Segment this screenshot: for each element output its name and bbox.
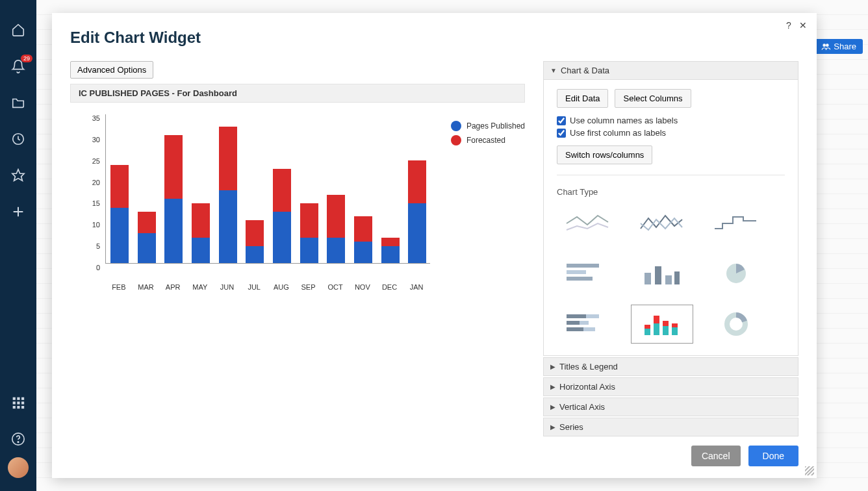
accordion-header-titles-legend[interactable]: ▶ Titles & Legend bbox=[544, 358, 798, 375]
bar-group bbox=[138, 212, 156, 263]
x-label: JUN bbox=[220, 283, 234, 291]
svg-rect-7 bbox=[21, 401, 24, 404]
chart-type-donut[interactable] bbox=[705, 305, 767, 344]
chart-type-stacked-bar[interactable] bbox=[631, 305, 693, 344]
cancel-button[interactable]: Cancel bbox=[691, 446, 741, 466]
bar-group bbox=[110, 165, 129, 263]
resize-grip[interactable] bbox=[805, 466, 814, 475]
recent-icon[interactable] bbox=[10, 131, 26, 147]
bar-group bbox=[219, 127, 237, 263]
use-col-names-checkbox[interactable] bbox=[557, 116, 566, 125]
chevron-down-icon: ▼ bbox=[550, 67, 557, 74]
chart-type-label: Chart Type bbox=[557, 187, 785, 197]
svg-rect-29 bbox=[645, 329, 650, 335]
bar-group bbox=[300, 203, 318, 263]
svg-rect-35 bbox=[672, 327, 678, 335]
chart-type-stacked-horizontal-bar[interactable] bbox=[557, 305, 619, 344]
bar-group bbox=[354, 216, 372, 263]
modal-help-icon[interactable]: ? bbox=[783, 19, 795, 31]
chart-type-horizontal-bar[interactable] bbox=[557, 254, 619, 293]
x-label: AUG bbox=[274, 283, 289, 291]
use-first-col-checkbox-row[interactable]: Use first column as labels bbox=[557, 128, 785, 138]
svg-rect-16 bbox=[567, 270, 586, 274]
legend-swatch-published bbox=[451, 121, 461, 131]
svg-rect-26 bbox=[580, 321, 589, 325]
x-label: FEB bbox=[112, 283, 125, 291]
accordion-header-series[interactable]: ▶ Series bbox=[544, 418, 798, 436]
svg-rect-21 bbox=[674, 271, 680, 284]
use-col-names-checkbox-row[interactable]: Use column names as labels bbox=[557, 116, 785, 125]
chart-type-multi-line[interactable] bbox=[631, 203, 693, 242]
svg-point-13 bbox=[823, 44, 826, 47]
y-tick: 10 bbox=[92, 221, 100, 229]
y-tick: 15 bbox=[92, 199, 100, 207]
x-label: MAR bbox=[138, 283, 153, 291]
svg-rect-9 bbox=[17, 406, 19, 409]
accordion-header-chart-and-data[interactable]: ▼ Chart & Data bbox=[544, 62, 798, 79]
chevron-right-icon: ▶ bbox=[550, 403, 555, 410]
chevron-right-icon: ▶ bbox=[550, 423, 555, 431]
x-label: APR bbox=[166, 283, 181, 291]
chart-preview: 05101520253035 FEBMARAPRMAYJUNJULAUGSEPO… bbox=[83, 114, 525, 296]
avatar[interactable] bbox=[8, 457, 29, 478]
svg-rect-20 bbox=[665, 275, 672, 284]
share-label: Share bbox=[834, 42, 856, 51]
accordion-header-vertical-axis[interactable]: ▶ Vertical Axis bbox=[544, 398, 798, 416]
legend-swatch-forecasted bbox=[451, 135, 461, 145]
use-first-col-checkbox[interactable] bbox=[557, 129, 566, 138]
help-icon[interactable] bbox=[10, 431, 26, 447]
chart-type-line[interactable] bbox=[557, 203, 619, 242]
accordion-header-horizontal-axis[interactable]: ▶ Horizontal Axis bbox=[544, 378, 798, 396]
y-tick: 0 bbox=[96, 264, 100, 271]
home-icon[interactable] bbox=[10, 22, 26, 38]
chart-type-pie[interactable] bbox=[705, 254, 767, 293]
svg-rect-24 bbox=[586, 314, 599, 318]
legend-label-published: Pages Published bbox=[466, 121, 525, 131]
notifications-icon[interactable]: 29 bbox=[10, 58, 26, 74]
favorites-icon[interactable] bbox=[10, 168, 26, 183]
chart-type-bar[interactable] bbox=[631, 254, 693, 293]
svg-rect-19 bbox=[655, 266, 661, 284]
select-columns-button[interactable]: Select Columns bbox=[615, 89, 691, 108]
svg-rect-6 bbox=[17, 401, 19, 404]
x-label: JAN bbox=[410, 283, 424, 291]
y-tick: 5 bbox=[96, 242, 100, 250]
apps-icon[interactable] bbox=[10, 395, 26, 410]
x-label: NOV bbox=[355, 283, 370, 291]
modal-close-icon[interactable]: ✕ bbox=[797, 19, 809, 31]
svg-rect-4 bbox=[21, 397, 24, 400]
svg-rect-30 bbox=[645, 325, 650, 329]
svg-rect-8 bbox=[13, 406, 16, 409]
svg-rect-34 bbox=[663, 321, 669, 326]
share-button[interactable]: Share bbox=[815, 39, 863, 54]
svg-rect-25 bbox=[567, 321, 580, 325]
svg-rect-32 bbox=[654, 316, 659, 323]
add-icon[interactable] bbox=[10, 204, 26, 220]
x-label: OCT bbox=[328, 283, 343, 291]
bar-group bbox=[246, 220, 264, 263]
edit-chart-widget-modal: ? ✕ Edit Chart Widget Advanced Options I… bbox=[52, 13, 817, 478]
bar-group bbox=[327, 195, 345, 263]
bar-group bbox=[408, 160, 426, 263]
legend-label-forecasted: Forecasted bbox=[466, 136, 505, 145]
chevron-right-icon: ▶ bbox=[550, 363, 555, 370]
bar-group bbox=[192, 203, 210, 263]
chart-legend: Pages Published Forecasted bbox=[451, 121, 525, 149]
svg-rect-3 bbox=[17, 397, 19, 400]
svg-point-14 bbox=[826, 44, 829, 47]
svg-point-12 bbox=[18, 442, 18, 442]
chevron-right-icon: ▶ bbox=[550, 383, 555, 390]
svg-rect-23 bbox=[567, 314, 586, 318]
svg-rect-10 bbox=[21, 406, 24, 409]
switch-rows-columns-button[interactable]: Switch rows/columns bbox=[557, 145, 652, 164]
bar-group bbox=[273, 169, 291, 263]
folder-icon[interactable] bbox=[10, 95, 26, 110]
chart-type-step-line[interactable] bbox=[705, 203, 767, 242]
advanced-options-button[interactable]: Advanced Options bbox=[70, 61, 153, 79]
edit-data-button[interactable]: Edit Data bbox=[557, 89, 608, 108]
svg-rect-27 bbox=[567, 327, 583, 331]
y-tick: 25 bbox=[92, 157, 100, 165]
y-tick: 30 bbox=[92, 136, 100, 144]
x-label: DEC bbox=[382, 283, 397, 291]
done-button[interactable]: Done bbox=[748, 446, 798, 466]
